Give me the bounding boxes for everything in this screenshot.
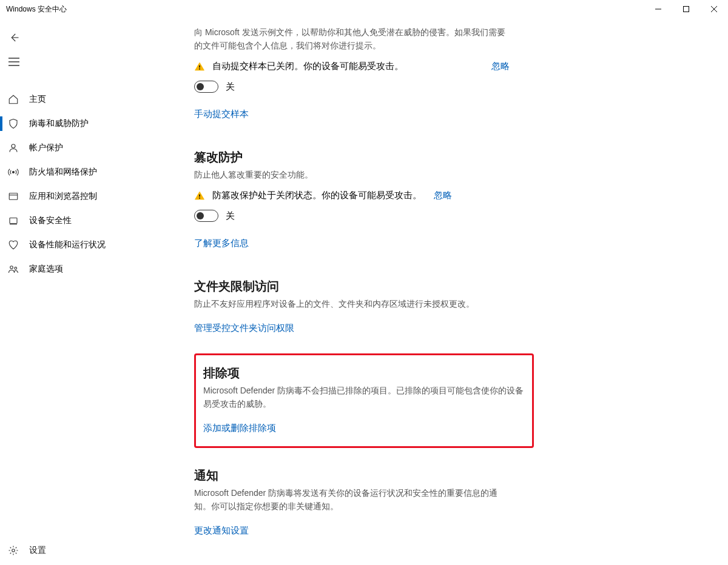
home-icon (7, 93, 19, 105)
notify-title: 通知 (194, 467, 510, 484)
tamper-toggle-label: 关 (226, 210, 235, 222)
sample-dismiss-link[interactable]: 忽略 (491, 61, 510, 72)
window-title: Windows 安全中心 (6, 4, 67, 15)
exclusions-highlight: 排除项 Microsoft Defender 防病毒不会扫描已排除的项目。已排除… (194, 353, 534, 448)
sample-desc: 向 Microsoft 发送示例文件，以帮助你和其他人免受潜在威胁的侵害。如果我… (194, 25, 510, 52)
svg-rect-10 (9, 193, 18, 200)
folder-title: 文件夹限制访问 (194, 278, 510, 295)
back-button[interactable] (0, 25, 194, 50)
notify-link[interactable]: 更改通知设置 (194, 525, 249, 537)
content: 向 Microsoft 发送示例文件，以帮助你和其他人免受潜在威胁的侵害。如果我… (194, 18, 728, 565)
gear-icon (7, 544, 19, 557)
shield-icon (7, 118, 19, 130)
sidebar-item-app-browser[interactable]: 应用和浏览器控制 (0, 184, 194, 209)
warning-icon (194, 61, 205, 72)
sample-warning: 自动提交样本已关闭。你的设备可能易受攻击。 (212, 61, 403, 72)
folder-desc: 防止不友好应用程序对设备上的文件、文件夹和内存区域进行未授权更改。 (194, 297, 510, 310)
sample-link[interactable]: 手动提交样本 (194, 109, 249, 120)
chip-icon (7, 215, 19, 227)
sidebar: 主页 病毒和威胁防护 帐户保护 (0, 18, 194, 565)
svg-point-14 (10, 266, 13, 269)
sidebar-item-home[interactable]: 主页 (0, 87, 194, 112)
tamper-title: 篡改防护 (194, 149, 510, 165)
sample-toggle[interactable] (194, 81, 218, 93)
svg-point-16 (12, 549, 15, 552)
exclusions-link[interactable]: 添加或删除排除项 (203, 423, 276, 434)
sidebar-item-label: 防火墙和网络保护 (29, 167, 97, 178)
tamper-desc: 防止他人篡改重要的安全功能。 (194, 168, 510, 181)
svg-point-8 (12, 144, 15, 148)
tamper-warning: 防篡改保护处于关闭状态。你的设备可能易受攻击。 (212, 190, 422, 201)
sample-toggle-label: 关 (226, 81, 235, 93)
svg-rect-12 (10, 218, 17, 224)
sidebar-item-label: 帐户保护 (29, 142, 63, 153)
svg-rect-1 (684, 7, 689, 12)
tamper-toggle[interactable] (194, 210, 218, 222)
antenna-icon (7, 166, 19, 178)
maximize-button[interactable] (672, 0, 700, 18)
svg-point-15 (15, 267, 17, 270)
sidebar-item-label: 应用和浏览器控制 (29, 191, 97, 202)
settings-label: 设置 (29, 545, 46, 556)
sidebar-item-label: 主页 (29, 94, 46, 105)
sidebar-item-performance[interactable]: 设备性能和运行状况 (0, 233, 194, 257)
notify-desc: Microsoft Defender 防病毒将发送有关你的设备运行状况和安全性的… (194, 486, 510, 513)
sidebar-item-label: 家庭选项 (29, 264, 63, 275)
tamper-link[interactable]: 了解更多信息 (194, 238, 249, 249)
tamper-dismiss-link[interactable]: 忽略 (434, 190, 452, 201)
sidebar-item-label: 病毒和威胁防护 (29, 118, 89, 129)
sidebar-item-firewall[interactable]: 防火墙和网络保护 (0, 160, 194, 184)
window-controls (644, 0, 728, 18)
folder-link[interactable]: 管理受控文件夹访问权限 (194, 323, 294, 334)
hamburger-button[interactable] (0, 50, 194, 74)
sidebar-item-label: 设备性能和运行状况 (29, 239, 106, 250)
family-icon (7, 263, 19, 275)
minimize-button[interactable] (644, 0, 672, 18)
svg-point-20 (199, 197, 200, 198)
svg-point-18 (199, 68, 200, 69)
titlebar: Windows 安全中心 (0, 0, 728, 18)
exclusions-title: 排除项 (203, 365, 525, 381)
warning-icon (194, 190, 205, 201)
sidebar-item-family[interactable]: 家庭选项 (0, 257, 194, 281)
heart-icon (7, 239, 19, 251)
close-button[interactable] (700, 0, 728, 18)
sidebar-item-settings[interactable]: 设置 (0, 536, 194, 565)
app-icon (7, 190, 19, 202)
sidebar-item-account[interactable]: 帐户保护 (0, 136, 194, 160)
person-icon (7, 142, 19, 154)
sidebar-item-virus[interactable]: 病毒和威胁防护 (0, 112, 194, 136)
sidebar-item-device-security[interactable]: 设备安全性 (0, 209, 194, 233)
svg-point-9 (13, 172, 15, 173)
sidebar-item-label: 设备安全性 (29, 215, 72, 226)
exclusions-desc: Microsoft Defender 防病毒不会扫描已排除的项目。已排除的项目可… (203, 384, 525, 410)
